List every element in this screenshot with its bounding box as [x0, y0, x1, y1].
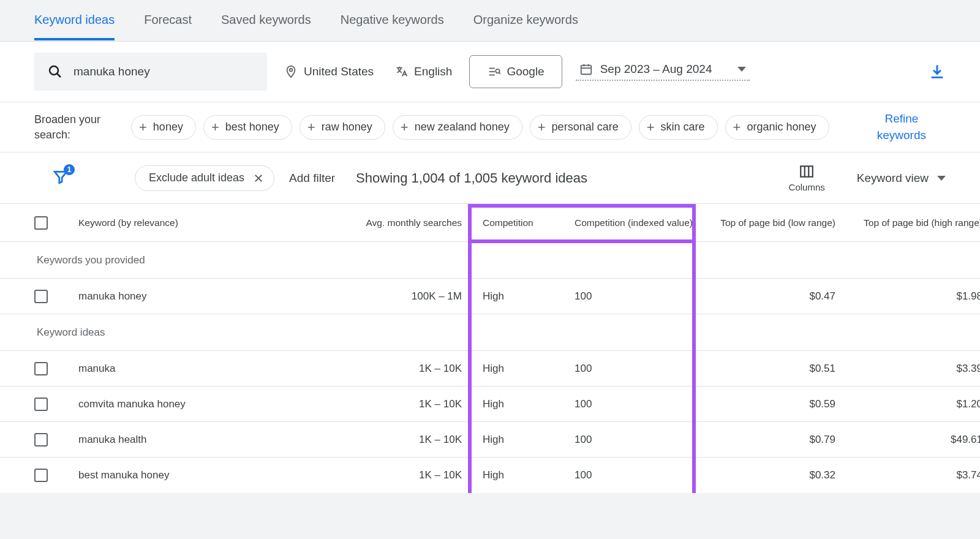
tab-negative-keywords[interactable]: Negative keywords: [341, 1, 444, 40]
cell-comp: High: [475, 434, 567, 446]
row-checkbox[interactable]: [34, 362, 48, 375]
plus-icon: +: [211, 119, 219, 135]
svg-point-0: [50, 66, 58, 75]
cell-high: $3.39: [849, 363, 980, 375]
th-avg[interactable]: Avg. monthly searches: [304, 217, 475, 228]
chip-raw-honey[interactable]: +raw honey: [300, 115, 385, 140]
chip-honey[interactable]: +honey: [131, 115, 196, 140]
chip-label: best honey: [225, 121, 279, 134]
svg-point-2: [290, 69, 293, 72]
date-range-label: Sep 2023 – Aug 2024: [600, 62, 712, 76]
refine-keywords-link[interactable]: Refinekeywords: [858, 111, 946, 143]
table-row: manuka honey 100K – 1M High 100 $0.47 $1…: [0, 279, 980, 314]
th-comp-idx[interactable]: Competition (indexed value): [567, 217, 708, 229]
chip-label: raw honey: [322, 121, 372, 134]
columns-label: Columns: [789, 182, 825, 192]
table-row: comvita manuka honey 1K – 10K High 100 $…: [0, 386, 980, 422]
svg-point-6: [496, 69, 500, 73]
add-filter-button[interactable]: Add filter: [289, 172, 335, 185]
chip-label: new zealand honey: [415, 121, 510, 134]
cell-avg: 1K – 10K: [304, 434, 475, 446]
cell-idx: 100: [567, 434, 708, 446]
th-keyword[interactable]: Keyword (by relevance): [71, 217, 304, 228]
cell-high: $49.61: [849, 434, 980, 446]
cell-idx: 100: [567, 469, 708, 481]
plus-icon: +: [538, 119, 546, 135]
chip-skin-care[interactable]: +skin care: [639, 115, 718, 140]
plus-icon: +: [647, 119, 655, 135]
search-icon: [48, 64, 62, 79]
select-all-checkbox[interactable]: [34, 216, 48, 230]
cell-low: $0.59: [708, 398, 849, 410]
chip-organic-honey[interactable]: +organic honey: [725, 115, 829, 140]
filter-chip-label: Exclude adult ideas: [149, 172, 244, 184]
chip-new-zealand-honey[interactable]: +new zealand honey: [393, 115, 522, 140]
row-checkbox[interactable]: [34, 290, 48, 303]
th-bid-low[interactable]: Top of page bid (low range): [708, 217, 849, 229]
filter-funnel-icon[interactable]: 1: [53, 169, 69, 187]
row-checkbox[interactable]: [34, 469, 48, 482]
svg-rect-8: [581, 66, 591, 75]
cell-low: $0.51: [708, 363, 849, 375]
chip-personal-care[interactable]: +personal care: [530, 115, 631, 140]
section-ideas: Keyword ideas: [0, 314, 980, 351]
language-selector[interactable]: English: [391, 65, 456, 78]
chip-best-honey[interactable]: +best honey: [203, 115, 292, 140]
broaden-row: Broaden your search: +honey +best honey …: [0, 102, 980, 153]
table-header: Keyword (by relevance) Avg. monthly sear…: [0, 204, 980, 242]
chip-label: personal care: [552, 121, 619, 134]
keyword-view-label: Keyword view: [857, 172, 929, 185]
chip-label: honey: [153, 121, 183, 134]
cell-avg: 100K – 1M: [304, 290, 475, 303]
cell-keyword: manuka: [71, 363, 304, 375]
plus-icon: +: [139, 119, 147, 135]
svg-line-1: [57, 74, 61, 77]
tab-saved-keywords[interactable]: Saved keywords: [221, 1, 311, 40]
search-input[interactable]: manuka honey: [34, 53, 267, 91]
funnel-badge: 1: [64, 164, 75, 175]
svg-rect-14: [801, 167, 813, 177]
download-icon[interactable]: [929, 63, 946, 80]
tabs-row: Keyword ideas Forecast Saved keywords Ne…: [0, 0, 980, 42]
location-selector[interactable]: United States: [281, 65, 377, 78]
row-checkbox[interactable]: [34, 398, 48, 411]
plus-icon: +: [733, 119, 741, 135]
cell-high: $1.20: [849, 398, 980, 410]
cell-idx: 100: [567, 398, 708, 410]
th-bid-high[interactable]: Top of page bid (high range): [849, 217, 980, 229]
cell-comp: High: [475, 469, 567, 481]
filter-bar: 1 Exclude adult ideas Add filter Showing…: [0, 153, 980, 204]
chip-label: skin care: [661, 121, 705, 134]
cell-avg: 1K – 10K: [304, 398, 475, 410]
chip-label: organic honey: [747, 121, 816, 134]
cell-comp: High: [475, 363, 567, 375]
network-label: Google: [507, 65, 544, 78]
search-value: manuka honey: [74, 65, 150, 78]
keyword-view-dropdown[interactable]: Keyword view: [857, 172, 946, 185]
network-selector[interactable]: Google: [469, 55, 562, 88]
table-row: best manuka honey 1K – 10K High 100 $0.3…: [0, 458, 980, 493]
location-label: United States: [304, 65, 374, 78]
table-row: manuka health 1K – 10K High 100 $0.79 $4…: [0, 422, 980, 458]
cell-keyword: comvita manuka honey: [71, 398, 304, 410]
cell-keyword: manuka honey: [71, 290, 304, 303]
th-competition[interactable]: Competition: [475, 217, 567, 228]
table-row: manuka 1K – 10K High 100 $0.51 $3.39: [0, 351, 980, 386]
tab-forecast[interactable]: Forecast: [144, 1, 192, 40]
cell-idx: 100: [567, 363, 708, 375]
exclude-adult-chip[interactable]: Exclude adult ideas: [135, 165, 274, 191]
network-icon: [487, 65, 500, 78]
plus-icon: +: [401, 119, 409, 135]
date-range-selector[interactable]: Sep 2023 – Aug 2024: [576, 62, 750, 81]
plus-icon: +: [307, 119, 315, 135]
calendar-icon: [579, 62, 593, 76]
tab-keyword-ideas[interactable]: Keyword ideas: [34, 1, 115, 40]
cell-low: $0.47: [708, 290, 849, 303]
close-icon[interactable]: [253, 173, 264, 184]
broaden-chips: +honey +best honey +raw honey +new zeala…: [131, 115, 853, 140]
columns-button[interactable]: Columns: [789, 164, 825, 192]
cell-idx: 100: [567, 290, 708, 303]
row-checkbox[interactable]: [34, 433, 48, 447]
tab-organize-keywords[interactable]: Organize keywords: [473, 1, 578, 40]
cell-comp: High: [475, 398, 567, 410]
